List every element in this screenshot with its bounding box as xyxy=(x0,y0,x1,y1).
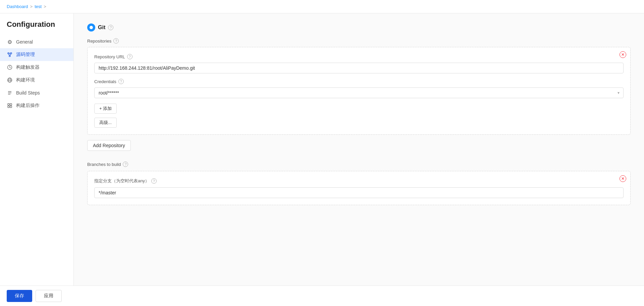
sidebar-item-postbuild[interactable]: 构建后操作 xyxy=(0,99,73,112)
breadcrumb-test[interactable]: test xyxy=(35,4,42,9)
sidebar-item-source[interactable]: 源码管理 xyxy=(0,48,73,61)
breadcrumb-sep-2: > xyxy=(44,4,46,9)
repo-url-label-row: Repository URL ? xyxy=(94,54,624,59)
branch-card: ✕ 指定分支（为空时代表any） ? xyxy=(87,171,631,205)
footer-bar: 保存 应用 xyxy=(0,286,644,306)
breadcrumb: Dashboard > test > xyxy=(0,0,644,13)
breadcrumb-dashboard[interactable]: Dashboard xyxy=(7,4,28,9)
sidebar-item-label: 构建触发器 xyxy=(16,64,40,70)
sidebar-title: Configuration xyxy=(0,20,73,36)
source-icon xyxy=(7,52,13,58)
repositories-help-icon[interactable]: ? xyxy=(113,38,119,44)
svg-line-8 xyxy=(10,67,11,68)
sidebar-item-general[interactable]: ⚙ General xyxy=(0,36,73,48)
branch-input[interactable] xyxy=(94,187,624,198)
svg-line-5 xyxy=(10,54,11,55)
add-repository-button[interactable]: Add Repository xyxy=(87,140,131,151)
branch-sub-label: 指定分支（为空时代表any） xyxy=(94,178,149,184)
credentials-select-wrapper: root/****** ▾ xyxy=(94,87,624,98)
svg-point-2 xyxy=(9,55,10,57)
repository-card: ✕ Repository URL ? Credentials ? root/**… xyxy=(87,47,631,135)
svg-rect-15 xyxy=(8,104,9,105)
git-title: Git xyxy=(98,24,105,30)
sidebar-item-trigger[interactable]: 构建触发器 xyxy=(0,61,73,74)
add-credentials-button[interactable]: + 添加 xyxy=(94,104,117,114)
branches-section: Branches to build ? ✕ 指定分支（为空时代表any） ? xyxy=(87,162,631,205)
list-icon xyxy=(7,90,13,96)
repo-url-help-icon[interactable]: ? xyxy=(127,54,132,59)
advanced-button[interactable]: 高级... xyxy=(94,118,117,128)
breadcrumb-sep-1: > xyxy=(30,4,33,9)
svg-rect-18 xyxy=(10,106,12,108)
branches-label: Branches to build xyxy=(87,162,121,167)
svg-point-0 xyxy=(8,53,9,54)
gear-icon: ⚙ xyxy=(7,39,13,45)
credentials-group: Credentials ? root/****** ▾ xyxy=(94,79,624,98)
sidebar-item-label: Build Steps xyxy=(16,90,40,96)
repo-action-buttons: + 添加 xyxy=(94,104,624,114)
sidebar-item-env[interactable]: 构建环境 xyxy=(0,74,73,86)
repo-close-button[interactable]: ✕ xyxy=(620,51,626,58)
branch-close-button[interactable]: ✕ xyxy=(620,175,626,182)
branch-sub-label-row: 指定分支（为空时代表any） ? xyxy=(94,178,624,184)
svg-point-1 xyxy=(10,53,12,54)
branches-label-row: Branches to build ? xyxy=(87,162,631,167)
git-section-header: Git ? xyxy=(87,23,631,32)
branch-sub-help-icon[interactable]: ? xyxy=(151,178,157,184)
sidebar-item-label: 构建环境 xyxy=(16,77,35,83)
postbuild-icon xyxy=(7,103,13,109)
sidebar-item-buildsteps[interactable]: Build Steps xyxy=(0,86,73,99)
apply-button[interactable]: 应用 xyxy=(36,290,62,302)
sidebar-item-label: 构建后操作 xyxy=(16,103,40,109)
step-circle-inner xyxy=(90,26,93,29)
credentials-select[interactable]: root/****** xyxy=(94,87,624,98)
svg-rect-17 xyxy=(8,106,9,108)
repo-url-group: Repository URL ? xyxy=(94,54,624,73)
credentials-help-icon[interactable]: ? xyxy=(118,79,124,84)
sidebar-item-label: General xyxy=(16,39,33,45)
git-help-icon[interactable]: ? xyxy=(108,25,113,30)
repositories-label-row: Repositories ? xyxy=(87,38,631,44)
sidebar: Configuration ⚙ General 源码管理 xyxy=(0,13,74,305)
repositories-label: Repositories xyxy=(87,39,111,44)
step-circle xyxy=(87,23,95,32)
globe-icon xyxy=(7,77,13,83)
credentials-label-row: Credentials ? xyxy=(94,79,624,84)
sidebar-item-label: 源码管理 xyxy=(16,52,35,58)
svg-rect-16 xyxy=(10,104,12,105)
branches-help-icon[interactable]: ? xyxy=(123,162,128,167)
credentials-label: Credentials xyxy=(94,79,116,84)
repo-advanced-row: 高级... xyxy=(94,118,624,128)
main-content: Git ? Repositories ? ✕ Repository URL ? … xyxy=(74,13,644,305)
save-button[interactable]: 保存 xyxy=(7,290,32,302)
repo-url-label: Repository URL xyxy=(94,54,125,59)
clock-icon xyxy=(7,64,13,70)
svg-line-4 xyxy=(8,54,10,55)
repo-url-input[interactable] xyxy=(94,63,624,73)
